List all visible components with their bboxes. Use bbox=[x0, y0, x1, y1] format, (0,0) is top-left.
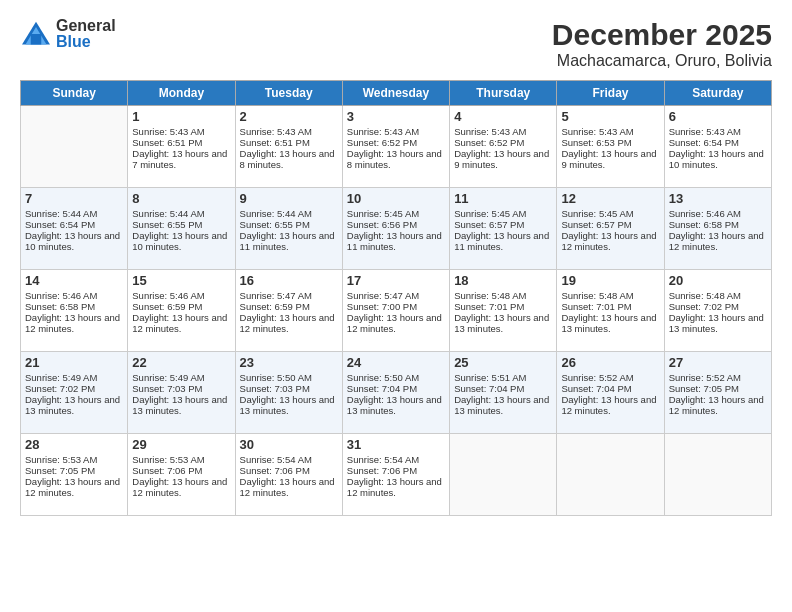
calendar-cell: 31Sunrise: 5:54 AMSunset: 7:06 PMDayligh… bbox=[342, 434, 449, 516]
calendar-cell: 15Sunrise: 5:46 AMSunset: 6:59 PMDayligh… bbox=[128, 270, 235, 352]
calendar-cell: 14Sunrise: 5:46 AMSunset: 6:58 PMDayligh… bbox=[21, 270, 128, 352]
day-number: 1 bbox=[132, 109, 230, 124]
calendar-cell: 4Sunrise: 5:43 AMSunset: 6:52 PMDaylight… bbox=[450, 106, 557, 188]
sunrise-text: Sunrise: 5:50 AM bbox=[347, 372, 445, 383]
day-number: 4 bbox=[454, 109, 552, 124]
daylight-text: Daylight: 13 hours and 11 minutes. bbox=[240, 230, 338, 252]
calendar-cell: 9Sunrise: 5:44 AMSunset: 6:55 PMDaylight… bbox=[235, 188, 342, 270]
calendar-cell: 19Sunrise: 5:48 AMSunset: 7:01 PMDayligh… bbox=[557, 270, 664, 352]
sunrise-text: Sunrise: 5:46 AM bbox=[25, 290, 123, 301]
day-number: 17 bbox=[347, 273, 445, 288]
sunset-text: Sunset: 7:06 PM bbox=[240, 465, 338, 476]
calendar-cell: 1Sunrise: 5:43 AMSunset: 6:51 PMDaylight… bbox=[128, 106, 235, 188]
sunset-text: Sunset: 6:59 PM bbox=[132, 301, 230, 312]
header-thursday: Thursday bbox=[450, 81, 557, 106]
svg-rect-2 bbox=[31, 34, 42, 45]
calendar-cell: 6Sunrise: 5:43 AMSunset: 6:54 PMDaylight… bbox=[664, 106, 771, 188]
header-saturday: Saturday bbox=[664, 81, 771, 106]
logo-text: General Blue bbox=[56, 18, 116, 50]
calendar-cell: 28Sunrise: 5:53 AMSunset: 7:05 PMDayligh… bbox=[21, 434, 128, 516]
sunset-text: Sunset: 7:05 PM bbox=[25, 465, 123, 476]
daylight-text: Daylight: 13 hours and 12 minutes. bbox=[25, 476, 123, 498]
sunset-text: Sunset: 7:04 PM bbox=[347, 383, 445, 394]
sunset-text: Sunset: 7:02 PM bbox=[669, 301, 767, 312]
sunset-text: Sunset: 6:55 PM bbox=[240, 219, 338, 230]
daylight-text: Daylight: 13 hours and 9 minutes. bbox=[454, 148, 552, 170]
calendar-week-row: 7Sunrise: 5:44 AMSunset: 6:54 PMDaylight… bbox=[21, 188, 772, 270]
calendar-cell: 10Sunrise: 5:45 AMSunset: 6:56 PMDayligh… bbox=[342, 188, 449, 270]
daylight-text: Daylight: 13 hours and 13 minutes. bbox=[454, 312, 552, 334]
calendar-cell bbox=[21, 106, 128, 188]
page: General Blue December 2025 Machacamarca,… bbox=[0, 0, 792, 612]
sunrise-text: Sunrise: 5:43 AM bbox=[454, 126, 552, 137]
calendar-table: Sunday Monday Tuesday Wednesday Thursday… bbox=[20, 80, 772, 516]
daylight-text: Daylight: 13 hours and 13 minutes. bbox=[240, 394, 338, 416]
daylight-text: Daylight: 13 hours and 10 minutes. bbox=[132, 230, 230, 252]
subtitle: Machacamarca, Oruro, Bolivia bbox=[552, 52, 772, 70]
daylight-text: Daylight: 13 hours and 12 minutes. bbox=[240, 312, 338, 334]
day-number: 12 bbox=[561, 191, 659, 206]
header-sunday: Sunday bbox=[21, 81, 128, 106]
daylight-text: Daylight: 13 hours and 13 minutes. bbox=[25, 394, 123, 416]
sunset-text: Sunset: 6:58 PM bbox=[669, 219, 767, 230]
calendar-cell: 7Sunrise: 5:44 AMSunset: 6:54 PMDaylight… bbox=[21, 188, 128, 270]
header-row: Sunday Monday Tuesday Wednesday Thursday… bbox=[21, 81, 772, 106]
sunrise-text: Sunrise: 5:54 AM bbox=[347, 454, 445, 465]
daylight-text: Daylight: 13 hours and 12 minutes. bbox=[669, 230, 767, 252]
calendar-cell bbox=[664, 434, 771, 516]
calendar-cell bbox=[557, 434, 664, 516]
calendar-week-row: 28Sunrise: 5:53 AMSunset: 7:05 PMDayligh… bbox=[21, 434, 772, 516]
day-number: 5 bbox=[561, 109, 659, 124]
daylight-text: Daylight: 13 hours and 13 minutes. bbox=[669, 312, 767, 334]
calendar-cell: 16Sunrise: 5:47 AMSunset: 6:59 PMDayligh… bbox=[235, 270, 342, 352]
calendar-cell: 12Sunrise: 5:45 AMSunset: 6:57 PMDayligh… bbox=[557, 188, 664, 270]
day-number: 11 bbox=[454, 191, 552, 206]
sunset-text: Sunset: 7:06 PM bbox=[132, 465, 230, 476]
day-number: 18 bbox=[454, 273, 552, 288]
sunset-text: Sunset: 6:52 PM bbox=[454, 137, 552, 148]
logo-general-text: General bbox=[56, 18, 116, 34]
sunrise-text: Sunrise: 5:52 AM bbox=[669, 372, 767, 383]
sunrise-text: Sunrise: 5:47 AM bbox=[347, 290, 445, 301]
logo-icon bbox=[20, 20, 52, 48]
sunset-text: Sunset: 6:56 PM bbox=[347, 219, 445, 230]
sunrise-text: Sunrise: 5:44 AM bbox=[132, 208, 230, 219]
daylight-text: Daylight: 13 hours and 12 minutes. bbox=[561, 394, 659, 416]
sunrise-text: Sunrise: 5:43 AM bbox=[561, 126, 659, 137]
daylight-text: Daylight: 13 hours and 13 minutes. bbox=[132, 394, 230, 416]
daylight-text: Daylight: 13 hours and 13 minutes. bbox=[454, 394, 552, 416]
daylight-text: Daylight: 13 hours and 8 minutes. bbox=[240, 148, 338, 170]
calendar-week-row: 21Sunrise: 5:49 AMSunset: 7:02 PMDayligh… bbox=[21, 352, 772, 434]
day-number: 21 bbox=[25, 355, 123, 370]
calendar-cell: 25Sunrise: 5:51 AMSunset: 7:04 PMDayligh… bbox=[450, 352, 557, 434]
header: General Blue December 2025 Machacamarca,… bbox=[20, 18, 772, 70]
calendar-cell: 27Sunrise: 5:52 AMSunset: 7:05 PMDayligh… bbox=[664, 352, 771, 434]
calendar-cell: 29Sunrise: 5:53 AMSunset: 7:06 PMDayligh… bbox=[128, 434, 235, 516]
daylight-text: Daylight: 13 hours and 12 minutes. bbox=[561, 230, 659, 252]
daylight-text: Daylight: 13 hours and 12 minutes. bbox=[347, 476, 445, 498]
sunrise-text: Sunrise: 5:53 AM bbox=[25, 454, 123, 465]
calendar-week-row: 14Sunrise: 5:46 AMSunset: 6:58 PMDayligh… bbox=[21, 270, 772, 352]
sunset-text: Sunset: 6:55 PM bbox=[132, 219, 230, 230]
calendar-cell: 17Sunrise: 5:47 AMSunset: 7:00 PMDayligh… bbox=[342, 270, 449, 352]
daylight-text: Daylight: 13 hours and 12 minutes. bbox=[240, 476, 338, 498]
sunrise-text: Sunrise: 5:50 AM bbox=[240, 372, 338, 383]
day-number: 24 bbox=[347, 355, 445, 370]
sunset-text: Sunset: 7:04 PM bbox=[454, 383, 552, 394]
day-number: 2 bbox=[240, 109, 338, 124]
daylight-text: Daylight: 13 hours and 13 minutes. bbox=[347, 394, 445, 416]
daylight-text: Daylight: 13 hours and 9 minutes. bbox=[561, 148, 659, 170]
sunset-text: Sunset: 7:06 PM bbox=[347, 465, 445, 476]
calendar-cell: 3Sunrise: 5:43 AMSunset: 6:52 PMDaylight… bbox=[342, 106, 449, 188]
day-number: 15 bbox=[132, 273, 230, 288]
day-number: 7 bbox=[25, 191, 123, 206]
sunset-text: Sunset: 6:54 PM bbox=[25, 219, 123, 230]
daylight-text: Daylight: 13 hours and 12 minutes. bbox=[132, 476, 230, 498]
sunrise-text: Sunrise: 5:51 AM bbox=[454, 372, 552, 383]
sunrise-text: Sunrise: 5:46 AM bbox=[132, 290, 230, 301]
day-number: 6 bbox=[669, 109, 767, 124]
calendar-cell: 23Sunrise: 5:50 AMSunset: 7:03 PMDayligh… bbox=[235, 352, 342, 434]
calendar-cell bbox=[450, 434, 557, 516]
calendar-cell: 24Sunrise: 5:50 AMSunset: 7:04 PMDayligh… bbox=[342, 352, 449, 434]
sunrise-text: Sunrise: 5:44 AM bbox=[240, 208, 338, 219]
